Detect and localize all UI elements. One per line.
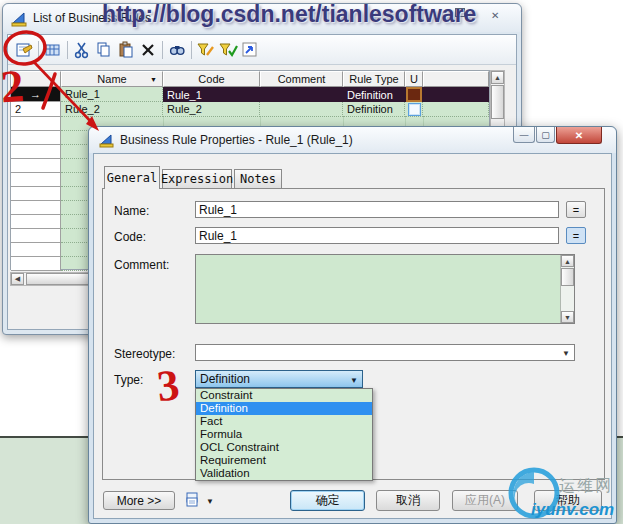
minimize-button[interactable]: — (513, 127, 535, 143)
row-number-cell[interactable] (11, 243, 61, 257)
type-option-requirement[interactable]: Requirement (196, 454, 372, 467)
stereotype-combobox[interactable]: ▼ (195, 344, 575, 361)
scroll-thumb[interactable] (491, 85, 504, 119)
tab-notes[interactable]: Notes (234, 169, 282, 189)
scroll-left-icon[interactable]: ◀ (11, 273, 24, 285)
tab-general[interactable]: General (104, 166, 160, 189)
type-option-fact[interactable]: Fact (196, 415, 372, 428)
scroll-up-icon[interactable]: ▲ (561, 255, 574, 267)
ok-button[interactable]: 确定 (290, 490, 365, 511)
comment-scrollbar[interactable]: ▲ ▼ (560, 255, 574, 323)
filter-edit-icon[interactable] (195, 39, 217, 61)
cell-filler (423, 102, 489, 117)
list-window-close-button[interactable]: ✕ (491, 10, 499, 21)
row-number-cell[interactable] (11, 145, 61, 159)
name-label: Name: (114, 204, 149, 218)
cell-comment[interactable] (260, 87, 343, 102)
table-row-rule2[interactable]: 2 Rule_2 Rule_2 Definition (11, 102, 489, 117)
filter-apply-icon[interactable] (217, 39, 239, 61)
cell-u[interactable] (405, 87, 423, 102)
row-number-cell[interactable] (11, 173, 61, 187)
cell-rule-type[interactable]: Definition (343, 87, 405, 102)
type-combobox[interactable]: Definition ▼ (195, 370, 363, 388)
iyunv-watermark: 运维网 iyunv.com (505, 450, 623, 522)
find-icon[interactable] (166, 39, 188, 61)
row-number-cell[interactable] (11, 159, 61, 173)
properties-icon[interactable] (13, 39, 35, 61)
scroll-thumb[interactable] (561, 268, 574, 286)
sort-arrow-icon[interactable]: ▼ (150, 76, 157, 83)
code-label: Code: (114, 230, 146, 244)
iyunv-name-cn: 运维网 (559, 476, 613, 497)
cut-icon[interactable] (71, 39, 93, 61)
paste-icon[interactable] (115, 39, 137, 61)
toolbar-separator (38, 41, 39, 59)
type-label: Type: (114, 373, 143, 387)
header-filler (423, 71, 489, 87)
screenshot-root: List of Business Rules ✕ (0, 0, 623, 524)
cell-name[interactable]: Rule_1 (61, 87, 163, 102)
header-name[interactable]: Name ▼ (61, 71, 163, 87)
row-number-cell[interactable] (11, 117, 61, 131)
type-dropdown-list: ConstraintDefinitionFactFormulaOCL Const… (195, 388, 373, 481)
more-button[interactable]: More >> (103, 491, 175, 510)
cell-code[interactable]: Rule_2 (163, 102, 260, 117)
name-input[interactable] (195, 201, 559, 218)
row-marker-cell[interactable]: → (11, 87, 61, 102)
maximize-button[interactable]: ▢ (536, 127, 555, 143)
customize-columns-icon[interactable] (42, 39, 64, 61)
list-toolbar (8, 35, 516, 65)
row-number-cell[interactable] (11, 201, 61, 215)
cell-name[interactable]: Rule_2 (61, 102, 163, 117)
row-number-cell[interactable] (11, 215, 61, 229)
close-button[interactable]: ✕ (556, 127, 602, 144)
dialog-title: Business Rule Properties - Rule_1 (Rule_… (120, 133, 353, 147)
chevron-down-icon[interactable]: ▼ (350, 376, 358, 385)
u-checkbox-checked[interactable] (406, 87, 422, 102)
scroll-down-icon[interactable]: ▼ (561, 311, 574, 323)
header-comment[interactable]: Comment (260, 71, 343, 87)
toolbar-separator (191, 41, 192, 59)
header-code[interactable]: Code (163, 71, 260, 87)
cancel-button[interactable]: 取消 (376, 490, 440, 511)
row-number-cell[interactable] (11, 257, 61, 271)
comment-textarea[interactable]: ▲ ▼ (195, 254, 575, 324)
scroll-up-icon[interactable]: ▲ (491, 71, 504, 84)
type-option-ocl-constraint[interactable]: OCL Constraint (196, 441, 372, 454)
report-icon[interactable] (185, 492, 201, 508)
dialog-titlebar[interactable]: Business Rule Properties - Rule_1 (Rule_… (89, 127, 616, 153)
code-input[interactable] (195, 227, 559, 244)
row-number-cell[interactable] (11, 187, 61, 201)
type-option-definition[interactable]: Definition (196, 402, 372, 415)
shortcut-icon[interactable] (239, 39, 261, 61)
row-number-cell[interactable]: 2 (11, 102, 61, 117)
header-name-label: Name (97, 73, 126, 85)
header-rule-type[interactable]: Rule Type (343, 71, 405, 87)
cell-comment[interactable] (260, 102, 343, 117)
type-option-validation[interactable]: Validation (196, 467, 372, 480)
chevron-down-icon[interactable]: ▼ (562, 349, 570, 358)
cell-rule-type[interactable]: Definition (343, 102, 405, 117)
chevron-down-icon[interactable]: ▼ (206, 497, 214, 506)
stereotype-label: Stereotype: (114, 347, 175, 361)
type-option-formula[interactable]: Formula (196, 428, 372, 441)
header-rownum[interactable] (11, 71, 61, 87)
name-equals-button[interactable]: = (566, 201, 586, 218)
header-u[interactable]: U (405, 71, 423, 87)
csdn-watermark: http://blog.csdn.net/tianlesoftware (102, 1, 476, 28)
comment-label: Comment: (114, 258, 169, 272)
delete-icon[interactable] (137, 39, 159, 61)
table-row-rule1-selected[interactable]: → Rule_1 Rule_1 Definition (11, 87, 489, 102)
code-equals-button[interactable]: = (566, 227, 586, 244)
type-option-constraint[interactable]: Constraint (196, 389, 372, 402)
row-number-cell[interactable] (11, 229, 61, 243)
tab-expression[interactable]: Expression (162, 169, 232, 189)
type-selected-value: Definition (200, 372, 250, 386)
row-number-cell[interactable] (11, 131, 61, 145)
copy-icon[interactable] (93, 39, 115, 61)
cell-u[interactable] (405, 102, 423, 117)
toolbar-separator (162, 41, 163, 59)
cell-code[interactable]: Rule_1 (163, 87, 260, 102)
u-checkbox-unchecked[interactable] (408, 103, 421, 116)
iyunv-name-en: iyunv.com (531, 500, 614, 520)
